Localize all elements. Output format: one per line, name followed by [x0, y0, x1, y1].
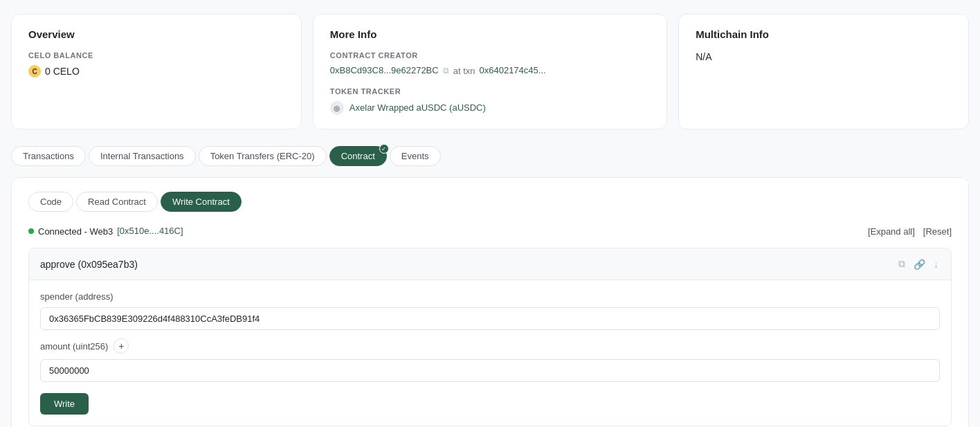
function-actions: ⧉ 🔗 ↓ [897, 257, 940, 271]
tab-events[interactable]: Events [390, 146, 441, 166]
multichain-value: N/A [696, 51, 952, 62]
connected-left: Connected - Web3 [0x510e....416C] [28, 226, 183, 237]
amount-plus-btn[interactable]: + [114, 338, 129, 354]
contract-verified-badge: ✓ [379, 144, 389, 154]
multichain-title: Multichain Info [696, 28, 952, 40]
balance-label: CELO BALANCE [28, 51, 284, 60]
copy-icon[interactable]: ⧉ [443, 66, 449, 75]
function-approve-name: approve (0x095ea7b3) [40, 259, 138, 270]
balance-value: 0 CELO [45, 66, 80, 77]
function-approve: approve (0x095ea7b3) ⧉ 🔗 ↓ spender (addr… [28, 248, 952, 426]
celo-icon: C [28, 65, 41, 78]
sub-tab-code[interactable]: Code [28, 192, 73, 212]
more-info-card: More Info CONTRACT CREATOR 0xB8Cd93C8...… [313, 14, 667, 129]
contract-creator-row: 0xB8Cd93C8...9e62272BC ⧉ at txn 0x640217… [330, 65, 650, 76]
balance-row: C 0 CELO [28, 65, 284, 78]
token-name-link[interactable]: Axelar Wrapped aUSDC (aUSDC) [350, 102, 486, 113]
main-tabs: Transactions Internal Transactions Token… [11, 146, 969, 166]
amount-row: amount (uint256) + [40, 338, 940, 354]
token-tracker-row: ◎ Axelar Wrapped aUSDC (aUSDC) [330, 101, 650, 115]
spender-label: spender (address) [40, 291, 940, 302]
more-info-title: More Info [330, 28, 650, 40]
tab-transactions[interactable]: Transactions [11, 146, 86, 166]
connected-address[interactable]: [0x510e....416C] [117, 226, 183, 237]
overview-title: Overview [28, 28, 284, 40]
contract-panel: Code Read Contract Write Contract Connec… [11, 177, 969, 427]
tab-token-transfers[interactable]: Token Transfers (ERC-20) [199, 146, 327, 166]
function-body: spender (address) amount (uint256) + Wri… [29, 280, 951, 426]
reset-btn[interactable]: [Reset] [923, 226, 952, 237]
sub-tab-read-contract[interactable]: Read Contract [76, 192, 158, 212]
txn-hash-link[interactable]: 0x6402174c45... [479, 65, 545, 76]
connected-dot [28, 228, 34, 234]
sub-tab-write-contract[interactable]: Write Contract [161, 192, 242, 212]
function-approve-header[interactable]: approve (0x095ea7b3) ⧉ 🔗 ↓ [29, 248, 951, 280]
amount-label: amount (uint256) [40, 341, 108, 352]
connected-label: Connected - Web3 [38, 226, 113, 237]
link-function-icon[interactable]: 🔗 [912, 257, 927, 271]
collapse-function-icon[interactable]: ↓ [932, 257, 940, 271]
amount-input[interactable] [40, 359, 940, 382]
multichain-card: Multichain Info N/A [678, 14, 969, 129]
tab-internal-transactions[interactable]: Internal Transactions [89, 146, 196, 166]
connected-right: [Expand all] [Reset] [868, 226, 952, 237]
spender-input[interactable] [40, 307, 940, 330]
creator-address-link[interactable]: 0xB8Cd93C8...9e62272BC [330, 65, 439, 76]
at-txn-label: at txn [453, 66, 475, 76]
connected-bar: Connected - Web3 [0x510e....416C] [Expan… [28, 226, 952, 237]
overview-card: Overview CELO BALANCE C 0 CELO [11, 14, 302, 129]
expand-all-btn[interactable]: [Expand all] [868, 226, 915, 237]
write-button[interactable]: Write [40, 393, 89, 415]
copy-function-icon[interactable]: ⧉ [897, 257, 907, 271]
contract-creator-label: CONTRACT CREATOR [330, 51, 650, 60]
tab-contract[interactable]: Contract ✓ [329, 146, 387, 166]
sub-tabs: Code Read Contract Write Contract [28, 192, 952, 212]
token-icon: ◎ [330, 101, 344, 115]
token-tracker-label: TOKEN TRACKER [330, 87, 650, 96]
